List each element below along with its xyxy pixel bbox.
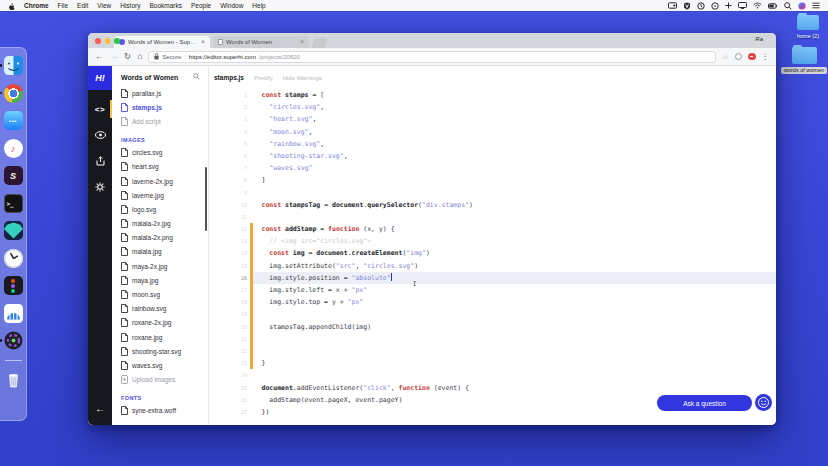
tool-rail: H! <> ←: [88, 66, 112, 425]
dock-fan-app-icon[interactable]: [4, 304, 23, 323]
menu-item-view[interactable]: View: [97, 2, 111, 9]
file-stamps.js[interactable]: stamps.js: [112, 100, 208, 114]
siri-icon[interactable]: [798, 2, 806, 10]
line-number: 4: [209, 126, 250, 138]
upload-images-button[interactable]: Upload images: [112, 373, 208, 387]
file-laverne.jpg[interactable]: laverne.jpg: [112, 188, 208, 202]
close-tab-icon[interactable]: ×: [201, 38, 205, 45]
file-moon.svg[interactable]: moon.svg: [112, 287, 208, 301]
screen-icon[interactable]: [668, 2, 677, 9]
preview-eye-icon[interactable]: [88, 128, 112, 142]
menu-item-people[interactable]: People: [191, 2, 211, 9]
line-content: }: [253, 357, 777, 369]
file-rainbow.svg[interactable]: rainbow.svg: [112, 302, 208, 316]
back-button[interactable]: ←: [95, 52, 104, 61]
wifi-icon[interactable]: [753, 2, 762, 9]
code-line: 3 "heart.svg",: [209, 113, 776, 125]
file-label: malala.jpg: [132, 248, 162, 255]
file-heart.svg[interactable]: heart.svg: [112, 160, 208, 174]
url-bar[interactable]: Secure | https://editor.superhi.com/proj…: [148, 51, 716, 63]
new-tab-button[interactable]: [312, 38, 328, 48]
shield-icon[interactable]: [683, 2, 691, 10]
notification-icon[interactable]: [812, 2, 820, 9]
menu-item-bookmarks[interactable]: Bookmarks: [149, 2, 182, 9]
menu-item-window[interactable]: Window: [220, 2, 243, 9]
display-icon[interactable]: [738, 2, 747, 9]
dock-finder-icon[interactable]: [4, 56, 23, 75]
code-editor[interactable]: stamps.js Prettify Hide Warnings 1const …: [209, 66, 776, 425]
line-number: 2: [209, 101, 250, 113]
desktop-folder-home[interactable]: home (2): [786, 15, 828, 39]
dock-figma-icon[interactable]: [4, 276, 23, 295]
bookmark-star-icon[interactable]: ☆: [722, 52, 729, 61]
apple-menu-icon[interactable]: [8, 2, 15, 10]
file-laverne-2x.jpg[interactable]: laverne-2x.jpg: [112, 174, 208, 188]
dock-sketch-icon[interactable]: [4, 221, 23, 240]
file-add-script[interactable]: Add script: [112, 114, 208, 128]
chrome-menu-icon[interactable]: ⋮: [762, 52, 770, 61]
close-tab-icon[interactable]: ×: [300, 38, 304, 45]
dock-slack-icon[interactable]: S: [4, 166, 23, 185]
prettify-button[interactable]: Prettify: [254, 75, 273, 81]
dock-messages-icon[interactable]: •••: [4, 111, 23, 130]
dock-chrome-icon[interactable]: [4, 84, 23, 103]
help-smiley-button[interactable]: [755, 394, 772, 411]
superhi-logo[interactable]: H!: [88, 66, 112, 90]
profile-label[interactable]: Ra: [755, 36, 763, 42]
file-roxane.jpg[interactable]: roxane.jpg: [112, 330, 208, 344]
tab-superhi-editor[interactable]: Words of Women - SuperHi ×: [114, 36, 210, 49]
file-label: malala-2x.jpg: [132, 220, 171, 227]
reload-button[interactable]: ↻: [124, 52, 131, 61]
file-label: rainbow.svg: [132, 305, 166, 312]
menu-item-help[interactable]: Help: [252, 2, 265, 9]
file-maya.jpg[interactable]: maya.jpg: [112, 273, 208, 287]
adblock-extension-icon[interactable]: [748, 53, 756, 61]
open-file-tab[interactable]: stamps.js: [214, 74, 244, 81]
file-logo.svg[interactable]: logo.svg: [112, 202, 208, 216]
dock-screenflow-icon[interactable]: [4, 331, 23, 350]
code-line: 21: [209, 333, 776, 345]
sidebar-scrollbar[interactable]: [205, 167, 207, 231]
menu-item-edit[interactable]: Edit: [77, 2, 88, 9]
close-window-button[interactable]: [95, 38, 101, 44]
share-upload-icon[interactable]: [88, 154, 112, 168]
file-malala.jpg[interactable]: malala.jpg: [112, 245, 208, 259]
dock-music-icon[interactable]: ♪: [4, 139, 23, 158]
history-icon[interactable]: [697, 2, 705, 10]
file-circles.svg[interactable]: circles.svg: [112, 146, 208, 160]
folder-icon: [797, 15, 819, 30]
file-parallax.js[interactable]: parallax.js: [112, 86, 208, 100]
line-number: 24: [209, 369, 250, 381]
file-roxane-2x.jpg[interactable]: roxane-2x.jpg: [112, 316, 208, 330]
clock-icon[interactable]: [711, 2, 719, 10]
extension-icon[interactable]: [735, 53, 742, 60]
file-maya-2x.jpg[interactable]: maya-2x.jpg: [112, 259, 208, 273]
file-malala-2x.png[interactable]: malala-2x.png: [112, 231, 208, 245]
zoom-window-button[interactable]: [114, 38, 120, 44]
file-waves.svg[interactable]: waves.svg: [112, 358, 208, 372]
dock-trash[interactable]: [4, 370, 23, 389]
search-icon[interactable]: [193, 73, 200, 81]
menu-item-history[interactable]: History: [120, 2, 140, 9]
code-view-icon[interactable]: <>: [88, 102, 112, 116]
desktop-folder-project[interactable]: words of women: [782, 47, 826, 74]
forward-button[interactable]: →: [110, 52, 119, 61]
settings-gear-icon[interactable]: [88, 180, 112, 194]
menu-item-chrome[interactable]: Chrome: [24, 2, 49, 9]
tab-words-of-women[interactable]: Words of Women ×: [213, 36, 309, 49]
ask-question-button[interactable]: Ask a question: [657, 395, 752, 411]
file-shooting-star.svg[interactable]: shooting-star.svg: [112, 344, 208, 358]
hide-warnings-button[interactable]: Hide Warnings: [283, 75, 322, 81]
images-section-header: IMAGES: [112, 129, 208, 146]
file-syne-extra.woff[interactable]: syne-extra.woff: [112, 404, 208, 418]
menu-item-file[interactable]: File: [58, 2, 68, 9]
battery-icon[interactable]: [768, 3, 778, 9]
back-arrow-button[interactable]: ←: [88, 403, 112, 414]
file-malala-2x.jpg[interactable]: malala-2x.jpg: [112, 217, 208, 231]
dock-clock-icon[interactable]: [4, 249, 23, 268]
search-icon[interactable]: [784, 2, 792, 10]
minimize-window-button[interactable]: [105, 38, 111, 44]
dock-terminal-icon[interactable]: >_: [4, 194, 23, 213]
home-button[interactable]: ⌂: [137, 52, 142, 61]
plus-icon[interactable]: [725, 2, 732, 9]
